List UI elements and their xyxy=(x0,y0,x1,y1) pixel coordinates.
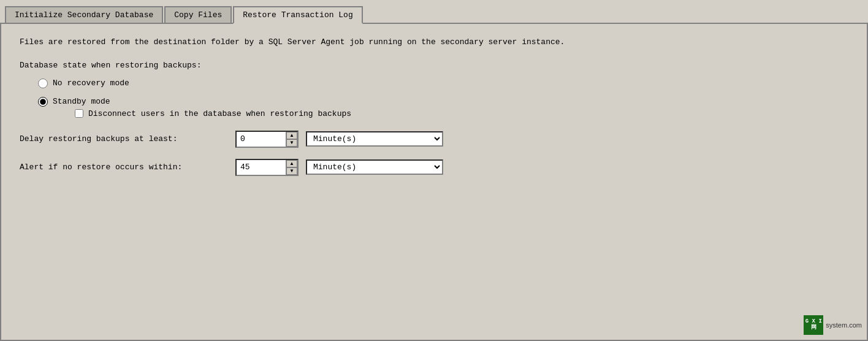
alert-spinner-buttons: ▲ ▼ xyxy=(286,160,297,175)
radio-standby-input[interactable] xyxy=(38,97,48,107)
watermark-logo-text: G X I网 xyxy=(805,319,822,331)
alert-unit-select-container: Minute(s) Hour(s) Day(s) xyxy=(306,159,443,175)
radio-no-recovery[interactable]: No recovery mode xyxy=(38,79,848,88)
alert-value-input[interactable] xyxy=(237,160,286,175)
db-state-label: Database state when restoring backups: xyxy=(20,61,848,70)
tab-bar: Initialize Secondary Database Copy Files… xyxy=(0,0,868,24)
alert-label: Alert if no restore occurs within: xyxy=(20,163,228,172)
delay-spinner-down[interactable]: ▼ xyxy=(286,139,297,147)
delay-spinner-up[interactable]: ▲ xyxy=(286,132,297,139)
radio-group: No recovery mode Standby mode Disconnect… xyxy=(38,79,848,118)
delay-label: Delay restoring backups at least: xyxy=(20,134,228,144)
description-text: Files are restored from the destination … xyxy=(20,36,848,48)
radio-standby[interactable]: Standby mode xyxy=(38,97,848,107)
checkbox-disconnect-users[interactable]: Disconnect users in the database when re… xyxy=(75,109,848,118)
radio-no-recovery-input[interactable] xyxy=(38,79,48,88)
delay-unit-select[interactable]: Minute(s) Hour(s) Day(s) xyxy=(307,132,442,145)
main-container: Initialize Secondary Database Copy Files… xyxy=(0,0,868,341)
delay-spinner-container: ▲ ▼ xyxy=(235,131,299,148)
tab-content-restore: Files are restored from the destination … xyxy=(0,24,868,341)
disconnect-users-checkbox[interactable] xyxy=(75,109,83,118)
delay-unit-select-container: Minute(s) Hour(s) Day(s) xyxy=(306,131,443,147)
alert-spinner-container: ▲ ▼ xyxy=(235,159,299,176)
watermark-logo: G X I网 xyxy=(804,315,823,335)
alert-unit-select[interactable]: Minute(s) Hour(s) Day(s) xyxy=(307,161,442,174)
alert-spinner-up[interactable]: ▲ xyxy=(286,160,297,167)
watermark-site: system.com xyxy=(826,321,862,329)
tab-restore-transaction-log[interactable]: Restore Transaction Log xyxy=(233,6,362,24)
delay-value-input[interactable] xyxy=(237,132,286,147)
tab-initialize-secondary-database[interactable]: Initialize Secondary Database xyxy=(5,6,163,23)
delay-row: Delay restoring backups at least: ▲ ▼ Mi… xyxy=(20,131,848,148)
watermark: G X I网 system.com xyxy=(804,315,862,335)
tab-copy-files[interactable]: Copy Files xyxy=(164,6,232,23)
alert-row: Alert if no restore occurs within: ▲ ▼ M… xyxy=(20,159,848,176)
alert-spinner-down[interactable]: ▼ xyxy=(286,167,297,175)
delay-spinner-buttons: ▲ ▼ xyxy=(286,132,297,147)
